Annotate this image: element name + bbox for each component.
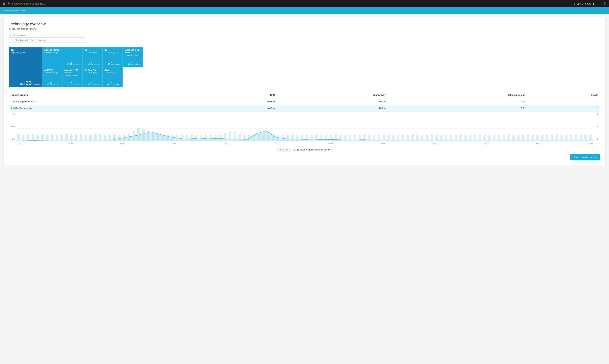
svg-rect-101 (479, 134, 481, 141)
svg-rect-108 (512, 135, 515, 141)
java-icon: ☕ (106, 82, 110, 86)
page-title: Technology overview (9, 22, 600, 26)
tile-apache-tomcat[interactable]: Apache Tomcat 5 process groups ⚙ 5 Insta… (42, 47, 82, 67)
svg-rect-7 (27, 135, 29, 141)
tomcat-icon: ⚙ (66, 62, 69, 65)
svg-rect-20 (89, 135, 92, 141)
time-nav: ❮ Last 24 hours ❯ (573, 2, 595, 5)
tile-apache-http[interactable]: Apache HTTP Server 1 process group ✏ 1 I… (62, 67, 82, 87)
svg-rect-82 (387, 135, 390, 141)
svg-rect-94 (445, 135, 447, 141)
legend-instances-icon (293, 149, 296, 151)
java-title: Java (104, 69, 121, 71)
row2-details[interactable]: ⌃ (527, 105, 600, 112)
right-tiles: Apache Tomcat 5 process groups ⚙ 5 Insta… (42, 47, 143, 87)
tile-go[interactable]: Go 1 process group ⚙ 1 Instance (82, 47, 103, 67)
x-label-nov14: 14. Nov (327, 143, 334, 144)
tile-aspnet[interactable]: ASP.NET 3 process groups ⚙ 3 Instances (42, 67, 62, 87)
mssql-count-label: Instance (134, 63, 141, 65)
x-label-1800: 18:00 (172, 143, 176, 144)
x-label-0600: 06:00 (485, 143, 489, 144)
x-label-2200: 22:00 (275, 143, 280, 144)
svg-rect-121 (575, 134, 577, 141)
svg-rect-11 (46, 135, 49, 141)
svg-rect-112 (531, 135, 534, 141)
tile-net[interactable]: .NET 26 process groups .NET 33 Instances (9, 47, 42, 87)
chevron-up-icon[interactable]: ⌃ (596, 107, 598, 110)
help-icon[interactable]: ? (597, 2, 600, 5)
svg-rect-103 (488, 135, 491, 141)
go-icon: ⚙ (88, 62, 90, 65)
svg-rect-51 (238, 134, 241, 141)
chart-x-labels: 12:00 14:00 16:00 18:00 20:00 22:00 14. … (16, 143, 593, 144)
net-subtitle: 26 process groups (11, 52, 40, 54)
legend-instances-label: Number of process group instances (297, 148, 332, 151)
svg-rect-111 (527, 134, 529, 141)
svg-rect-78 (368, 135, 370, 141)
row1-details[interactable]: ⌄ (527, 98, 600, 105)
svg-rect-120 (570, 135, 572, 141)
filter-icon: ▼ (11, 39, 13, 41)
col-connectivity: Connectivity (277, 92, 388, 98)
iis-app-count-label: Instance (94, 83, 101, 86)
prev-time-icon[interactable]: ❮ (573, 2, 575, 5)
java-subtitle: 1 process group (104, 72, 121, 74)
col-retransmissions: Retransmissions (388, 92, 527, 98)
svg-rect-84 (397, 135, 399, 141)
svg-rect-119 (565, 135, 568, 141)
svg-rect-9 (36, 135, 39, 141)
filter-input-wrapper[interactable]: ▼ (9, 38, 85, 43)
iis-app-title: IIS App Pool (84, 69, 101, 71)
filter-input[interactable] (15, 39, 82, 41)
mssql-count: 1 (131, 62, 133, 65)
svg-rect-36 (166, 135, 169, 141)
x-label-2000: 20:00 (224, 143, 228, 144)
svg-rect-117 (556, 134, 558, 141)
col-process-group[interactable]: Process group ▲ (9, 92, 203, 98)
tile-java[interactable]: Java 1 process group ☕ 1 Instance (103, 67, 123, 87)
svg-rect-61 (286, 134, 289, 141)
tile-iis[interactable]: IIS 1 process group IIS 1 Instance (103, 47, 123, 67)
x-label-1200: 12:00 (16, 143, 21, 144)
svg-rect-37 (171, 135, 173, 141)
svg-rect-42 (195, 135, 197, 141)
legend-cpu-chip[interactable]: CPU ▾ (277, 148, 291, 152)
svg-rect-88 (416, 135, 419, 141)
svg-rect-87 (411, 134, 414, 141)
tile-iis-app-pool[interactable]: IIS App Pool 1 process group ⚙ 1 Instanc… (82, 67, 103, 87)
time-range-label[interactable]: Last 24 hours (577, 2, 591, 5)
tomcat-subtitle: 5 process groups (44, 52, 80, 54)
svg-rect-19 (85, 135, 87, 141)
process-group-details-button[interactable]: Process group details (570, 154, 600, 160)
process-group-table: Process group ▲ CPU Connectivity Retrans… (9, 92, 600, 112)
svg-rect-38 (176, 135, 178, 141)
tile-mssql[interactable]: Microsoft SQL Server 1 process group ⚙ 1… (123, 47, 143, 67)
svg-rect-110 (522, 135, 524, 141)
col-cpu: CPU (203, 92, 277, 98)
svg-rect-115 (546, 135, 548, 141)
go-count: 1 (91, 62, 93, 65)
svg-rect-100 (474, 135, 476, 141)
x-label-0200: 02:00 (381, 143, 385, 144)
svg-rect-98 (464, 135, 467, 141)
legend-cpu-icon (279, 149, 282, 151)
svg-rect-8 (32, 134, 34, 141)
table-header: Process group ▲ CPU Connectivity Retrans… (9, 92, 600, 98)
next-time-icon[interactable]: ❯ (593, 2, 595, 5)
user-icon[interactable]: 👤 (603, 2, 606, 5)
y-right-label-0: 0 (597, 138, 600, 140)
java-count: 1 (111, 82, 113, 86)
chevron-down-small-icon[interactable]: ▾ (289, 149, 290, 151)
search-bar[interactable]: 🔍 Search Dynatrace: wmz95462... (8, 2, 571, 5)
iis-count: 1 (111, 62, 113, 65)
go-count-area: ⚙ 1 Instance (84, 62, 101, 65)
svg-rect-49 (229, 131, 231, 141)
page-header-bar: Technology overview (0, 7, 609, 14)
x-label-0800: 08:00 (536, 143, 541, 144)
chevron-down-icon[interactable]: ⌄ (596, 100, 598, 103)
svg-rect-69 (325, 135, 327, 141)
x-label-1000: 10:00 (588, 143, 593, 144)
svg-rect-40 (185, 135, 188, 141)
menu-icon[interactable]: ☰ (3, 2, 5, 5)
svg-rect-76 (359, 135, 361, 141)
